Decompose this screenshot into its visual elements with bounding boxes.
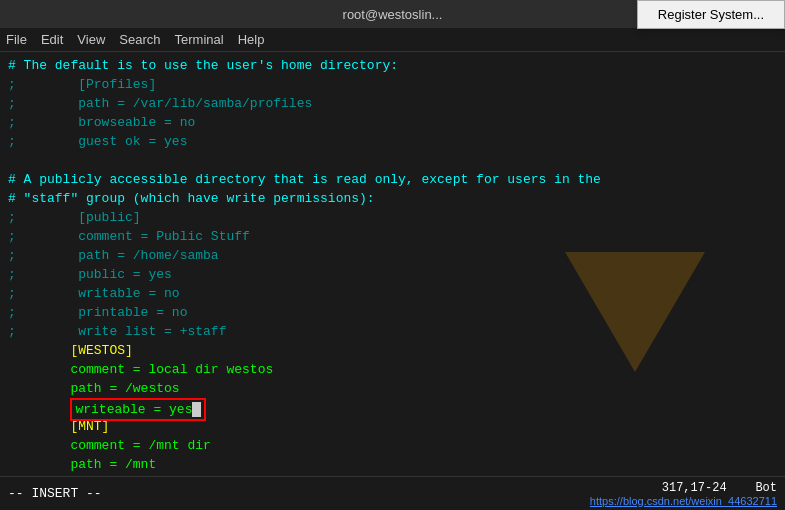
menu-bar: File Edit View Search Terminal Help: [0, 28, 785, 52]
line-4: ; browseable = no: [8, 113, 777, 132]
register-system-button[interactable]: Register System...: [637, 0, 785, 29]
line-13: ; writable = no: [8, 284, 777, 303]
status-right: 317,17-24 Bot https://blog.csdn.net/weix…: [590, 481, 777, 507]
menu-search[interactable]: Search: [119, 32, 160, 47]
line-21: comment = /mnt dir: [8, 436, 777, 455]
line-3: ; path = /var/lib/samba/profiles: [8, 94, 777, 113]
line-22: path = /mnt: [8, 455, 777, 474]
line-1: # The default is to use the user's home …: [8, 56, 777, 75]
line-16: [WESTOS]: [8, 341, 777, 360]
line-8: # "staff" group (which have write permis…: [8, 189, 777, 208]
line-14: ; printable = no: [8, 303, 777, 322]
menu-terminal[interactable]: Terminal: [175, 32, 224, 47]
menu-edit[interactable]: Edit: [41, 32, 63, 47]
line-5: ; guest ok = yes: [8, 132, 777, 151]
line-23: valid users = +lee: [8, 474, 777, 476]
line-12: ; public = yes: [8, 265, 777, 284]
menu-view[interactable]: View: [77, 32, 105, 47]
line-11: ; path = /home/samba: [8, 246, 777, 265]
status-bar: -- INSERT -- 317,17-24 Bot https://blog.…: [0, 476, 785, 510]
line-10: ; comment = Public Stuff: [8, 227, 777, 246]
line-15: ; write list = +staff: [8, 322, 777, 341]
csdn-url: https://blog.csdn.net/weixin_44632711: [590, 495, 777, 507]
insert-mode-label: -- INSERT --: [8, 486, 102, 501]
line-2: ; [Profiles]: [8, 75, 777, 94]
line-18: path = /westos: [8, 379, 777, 398]
menu-help[interactable]: Help: [238, 32, 265, 47]
title-bar-text: root@westoslin...: [343, 7, 443, 22]
line-6: [8, 151, 777, 170]
text-cursor: [192, 402, 201, 417]
line-7: # A publicly accessible directory that i…: [8, 170, 777, 189]
cursor-position: 317,17-24 Bot: [662, 481, 777, 495]
editor-area[interactable]: 西部开源 # The default is to use the user's …: [0, 52, 785, 476]
title-bar: root@westoslin... Register System...: [0, 0, 785, 28]
line-17: comment = local dir westos: [8, 360, 777, 379]
line-19-cursor: writeable = yes: [8, 398, 777, 417]
menu-file[interactable]: File: [6, 32, 27, 47]
line-9: ; [public]: [8, 208, 777, 227]
